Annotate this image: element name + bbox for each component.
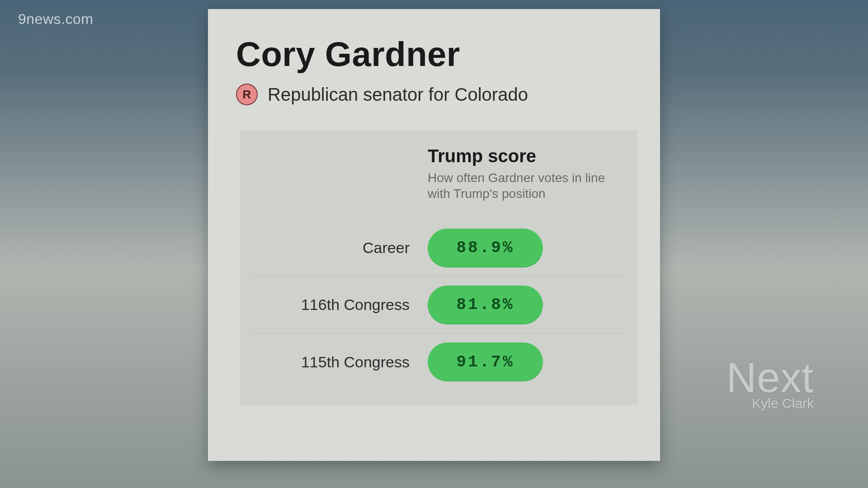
row-value-pill: 91.7%	[428, 343, 543, 381]
score-title: Trump score	[428, 146, 622, 166]
row-label: 116th Congress	[250, 296, 428, 314]
profile-card: Cory Gardner R Republican senator for Co…	[208, 9, 660, 461]
party-description: Republican senator for Colorado	[268, 84, 528, 105]
score-row: 115th Congress 91.7%	[250, 333, 627, 390]
source-watermark: 9news.com	[18, 11, 93, 28]
logo-line1: Next	[726, 359, 814, 397]
person-subline: R Republican senator for Colorado	[236, 84, 632, 105]
row-value-pill: 88.9%	[428, 229, 543, 267]
score-row: 116th Congress 81.8%	[250, 277, 627, 333]
row-label: Career	[250, 239, 428, 257]
score-rows: Career 88.9% 116th Congress 81.8% 115th …	[250, 220, 627, 390]
score-row: Career 88.9%	[250, 220, 627, 277]
score-header: Trump score How often Gardner votes in l…	[428, 146, 622, 202]
person-name: Cory Gardner	[236, 34, 632, 74]
row-label: 115th Congress	[250, 353, 428, 371]
score-panel: Trump score How often Gardner votes in l…	[240, 131, 637, 405]
show-logo: Next Kyle Clark	[726, 359, 814, 411]
row-value-pill: 81.8%	[428, 286, 543, 324]
score-description: How often Gardner votes in line with Tru…	[428, 170, 622, 202]
party-badge-icon: R	[236, 84, 258, 105]
